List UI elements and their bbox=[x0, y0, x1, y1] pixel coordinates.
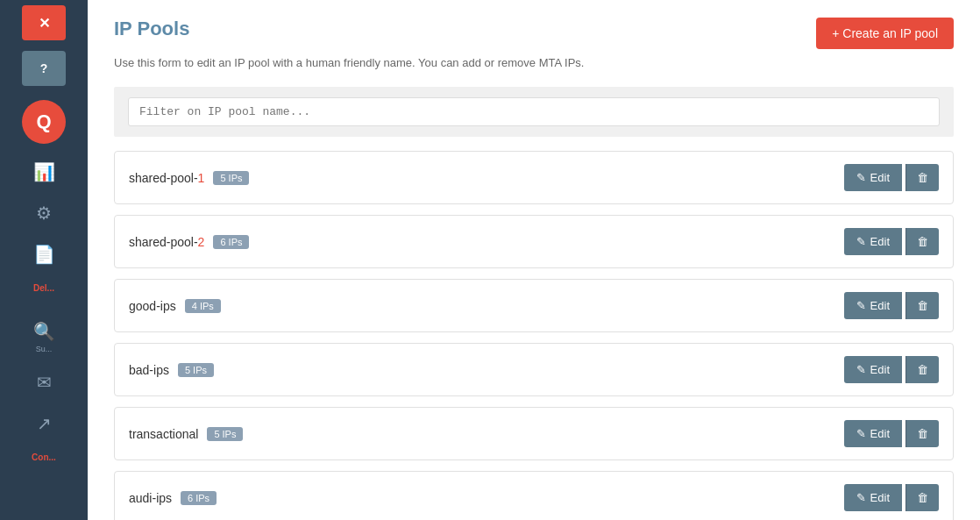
edit-label: Edit bbox=[870, 299, 890, 312]
edit-label: Edit bbox=[870, 491, 890, 504]
trash-icon: 🗑 bbox=[917, 491, 928, 504]
trash-icon: 🗑 bbox=[917, 427, 928, 440]
sidebar-item-delivery[interactable] bbox=[0, 295, 88, 312]
ip-count-badge: 6 IPs bbox=[181, 491, 217, 505]
pool-name-highlight: 1 bbox=[198, 171, 205, 185]
pencil-icon: ✎ bbox=[856, 491, 866, 504]
main-content: IP Pools + Create an IP pool Use this fo… bbox=[88, 0, 980, 520]
pool-actions: ✎ Edit 🗑 bbox=[844, 164, 939, 191]
pool-actions: ✎ Edit 🗑 bbox=[844, 484, 939, 511]
pool-actions: ✎ Edit 🗑 bbox=[844, 292, 939, 319]
pool-item: bad-ips 5 IPs ✎ Edit 🗑 bbox=[114, 343, 954, 396]
sidebar-search-label: Su... bbox=[36, 345, 53, 354]
pencil-icon: ✎ bbox=[856, 235, 866, 248]
edit-label: Edit bbox=[870, 171, 890, 184]
ip-count-badge: 5 IPs bbox=[178, 363, 214, 377]
edit-label: Edit bbox=[870, 235, 890, 248]
stats-icon: 📊 bbox=[33, 161, 55, 182]
delete-button[interactable]: 🗑 bbox=[905, 420, 939, 447]
pool-actions: ✎ Edit 🗑 bbox=[844, 228, 939, 255]
ip-count-badge: 4 IPs bbox=[185, 299, 221, 313]
pool-info: bad-ips 5 IPs bbox=[129, 363, 214, 377]
pool-item: shared-pool-2 6 IPs ✎ Edit 🗑 bbox=[114, 215, 954, 268]
sidebar-item-search[interactable]: 🔍 Su... bbox=[0, 312, 88, 363]
pool-list: shared-pool-1 5 IPs ✎ Edit 🗑 shared-pool… bbox=[114, 151, 954, 520]
settings-icon: ⚙ bbox=[36, 203, 52, 224]
sidebar-item-settings[interactable]: ⚙ bbox=[0, 194, 88, 235]
edit-button[interactable]: ✎ Edit bbox=[844, 420, 902, 447]
ip-count-badge: 5 IPs bbox=[213, 171, 249, 185]
pool-name: good-ips bbox=[129, 299, 176, 313]
pool-actions: ✎ Edit 🗑 bbox=[844, 356, 939, 383]
ip-count-badge: 6 IPs bbox=[213, 235, 249, 249]
pool-name: bad-ips bbox=[129, 363, 169, 377]
delete-button[interactable]: 🗑 bbox=[905, 356, 939, 383]
pool-name: shared-pool-1 bbox=[129, 171, 204, 185]
pool-name: transactional bbox=[129, 427, 198, 441]
close-icon: ✕ bbox=[39, 15, 50, 32]
pool-item: audi-ips 6 IPs ✎ Edit 🗑 bbox=[114, 471, 954, 520]
pool-info: transactional 5 IPs bbox=[129, 427, 243, 441]
create-ip-pool-button[interactable]: + Create an IP pool bbox=[816, 18, 954, 49]
pool-info: good-ips 4 IPs bbox=[129, 299, 221, 313]
sidebar-section-delivery: Del... bbox=[33, 283, 54, 293]
mail-icon: ✉ bbox=[37, 372, 52, 393]
pool-name-highlight: 2 bbox=[198, 235, 205, 249]
edit-button[interactable]: ✎ Edit bbox=[844, 356, 902, 383]
delete-button[interactable]: 🗑 bbox=[905, 292, 939, 319]
sidebar-top: ✕ ? Q bbox=[0, 0, 88, 153]
help-button[interactable]: ? bbox=[22, 51, 66, 86]
pool-name: shared-pool-2 bbox=[129, 235, 204, 249]
page-title: IP Pools bbox=[114, 18, 189, 40]
pool-info: shared-pool-1 5 IPs bbox=[129, 171, 249, 185]
pencil-icon: ✎ bbox=[856, 171, 866, 184]
edit-button[interactable]: ✎ Edit bbox=[844, 484, 902, 511]
document-icon: 📄 bbox=[33, 244, 55, 265]
pencil-icon: ✎ bbox=[856, 299, 866, 312]
ip-count-badge: 5 IPs bbox=[207, 427, 243, 441]
trash-icon: 🗑 bbox=[917, 299, 928, 312]
trash-icon: 🗑 bbox=[917, 363, 928, 376]
delete-button[interactable]: 🗑 bbox=[905, 484, 939, 511]
edit-button[interactable]: ✎ Edit bbox=[844, 164, 902, 191]
sidebar-item-share[interactable]: ↗ bbox=[0, 404, 88, 445]
page-header: IP Pools + Create an IP pool bbox=[114, 18, 954, 49]
pool-item: good-ips 4 IPs ✎ Edit 🗑 bbox=[114, 279, 954, 332]
pool-info: shared-pool-2 6 IPs bbox=[129, 235, 249, 249]
sidebar-logo: Q bbox=[22, 100, 66, 144]
pool-item: shared-pool-1 5 IPs ✎ Edit 🗑 bbox=[114, 151, 954, 204]
edit-label: Edit bbox=[870, 363, 890, 376]
help-icon: ? bbox=[40, 61, 48, 75]
trash-icon: 🗑 bbox=[917, 171, 928, 184]
search-icon: 🔍 bbox=[33, 321, 55, 342]
page-subtitle: Use this form to edit an IP pool with a … bbox=[114, 56, 954, 69]
pool-name: audi-ips bbox=[129, 491, 172, 505]
sidebar: ✕ ? Q 📊 ⚙ 📄 Del... 🔍 Su... ✉ ↗ Con... bbox=[0, 0, 88, 520]
edit-button[interactable]: ✎ Edit bbox=[844, 228, 902, 255]
pencil-icon: ✎ bbox=[856, 427, 866, 440]
sidebar-item-stats[interactable]: 📊 bbox=[0, 153, 88, 194]
sidebar-section-con: Con... bbox=[32, 452, 56, 462]
pool-item: transactional 5 IPs ✎ Edit 🗑 bbox=[114, 407, 954, 460]
delete-button[interactable]: 🗑 bbox=[905, 228, 939, 255]
pool-info: audi-ips 6 IPs bbox=[129, 491, 217, 505]
edit-label: Edit bbox=[870, 427, 890, 440]
edit-button[interactable]: ✎ Edit bbox=[844, 292, 902, 319]
sidebar-item-mail[interactable]: ✉ bbox=[0, 363, 88, 404]
pencil-icon: ✎ bbox=[856, 363, 866, 376]
filter-input[interactable] bbox=[128, 97, 940, 126]
close-button[interactable]: ✕ bbox=[22, 5, 66, 40]
trash-icon: 🗑 bbox=[917, 235, 928, 248]
share-icon: ↗ bbox=[37, 413, 52, 434]
delete-button[interactable]: 🗑 bbox=[905, 164, 939, 191]
pool-actions: ✎ Edit 🗑 bbox=[844, 420, 939, 447]
sidebar-item-document[interactable]: 📄 bbox=[0, 235, 88, 276]
filter-bar bbox=[114, 87, 954, 137]
